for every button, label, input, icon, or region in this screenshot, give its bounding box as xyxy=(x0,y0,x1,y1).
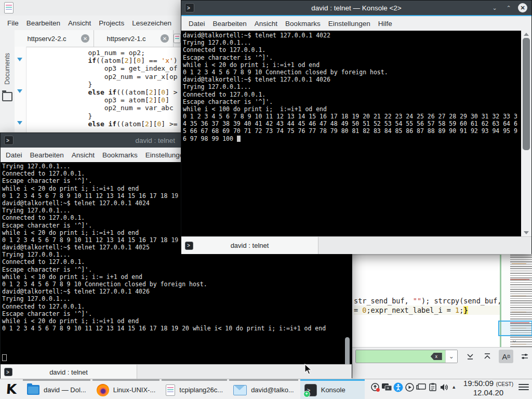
konsole-menu-item[interactable]: Bearbeiten xyxy=(213,20,247,28)
clock-timezone: (CEST) xyxy=(496,381,513,387)
task-document[interactable]: tcpiplang26c... xyxy=(162,379,227,399)
konsole-front-tabbar: > david : telnet xyxy=(181,236,531,254)
task-mail[interactable]: david@talko... xyxy=(229,379,298,399)
terminal-line: Trying 127.0.0.1... xyxy=(2,295,352,302)
envelope-icon xyxy=(233,385,247,395)
accessibility-tray-icon[interactable] xyxy=(393,379,404,395)
scrollbar-thumb[interactable] xyxy=(523,38,530,150)
kate-status-strip xyxy=(341,365,532,379)
media-player-tray-icon[interactable] xyxy=(404,379,416,395)
maximize-button[interactable]: ⌃ xyxy=(504,3,513,12)
search-input[interactable]: x ⌄ xyxy=(355,350,458,363)
terminal-line: Escape character is '^]'. xyxy=(2,310,352,317)
clock-date: 12.04.20 xyxy=(463,389,513,397)
find-next-button[interactable] xyxy=(463,350,477,363)
close-button[interactable]: ✕ xyxy=(518,3,527,12)
updates-tray-icon[interactable] xyxy=(370,379,381,395)
terminal-line: Escape character is '^]'. xyxy=(183,98,521,105)
terminal-tab[interactable]: > david : telnet xyxy=(181,237,318,254)
minimap-viewport[interactable] xyxy=(498,321,532,336)
terminal-line: while i < 100 do print i; i:=i+1 od end xyxy=(183,105,521,113)
application-launcher-button[interactable]: K xyxy=(0,379,23,399)
terminal-line: Escape character is '^]'. xyxy=(2,266,352,273)
scrollbar-thumb[interactable] xyxy=(345,337,350,364)
konsole-menu-item[interactable]: Ansicht xyxy=(255,20,277,28)
find-previous-button[interactable] xyxy=(481,350,495,363)
kate-menu-item[interactable]: Ansicht xyxy=(68,19,91,27)
clock-time: 19:50:09 xyxy=(463,379,494,388)
terminal-line: while i < 10 do print i; i:= i+1 od end xyxy=(2,273,352,281)
terminal-line: Escape character is '^]'. xyxy=(183,54,521,61)
documents-sidebar-tab[interactable]: Documents xyxy=(4,53,11,85)
scroll-down-icon[interactable] xyxy=(524,231,529,234)
terminal-tab[interactable]: > david : telnet xyxy=(1,365,137,379)
terminal-line: 5 66 67 68 69 70 71 72 73 74 75 76 77 78… xyxy=(183,127,521,135)
konsole-menu-item[interactable]: Hilfe xyxy=(378,20,392,28)
scroll-down-icon[interactable]: ⌄ xyxy=(511,337,517,342)
terminal-line: david@talkortell:~$ telnet 127.0.0.1 402… xyxy=(2,288,352,295)
konsole-menu-item[interactable]: Ansicht xyxy=(72,151,95,159)
kate-menu-item[interactable]: Lesezeichen xyxy=(132,19,171,27)
konsole-icon: > xyxy=(4,136,14,145)
device-notifier-tray-icon[interactable] xyxy=(416,379,427,395)
terminal-line: 6 97 98 99 100 xyxy=(183,135,521,142)
tab-httpserv2-1[interactable]: httpserv2-1.c ✕ xyxy=(94,30,174,47)
konsole-front-titlebar[interactable]: > david : telnet — Konsole <2> ⌄ ⌃ ✕ xyxy=(181,1,531,15)
task-label: david@talko... xyxy=(251,386,294,394)
code-area[interactable]: str_send_buf, ""); strcpy(send_buf,= 0;e… xyxy=(346,255,501,348)
terminal-line: Connected to 127.0.0.1. xyxy=(183,91,521,98)
folder-icon xyxy=(27,385,39,395)
document-icon xyxy=(166,384,175,396)
terminal-line xyxy=(2,332,352,339)
display-config-tray-icon[interactable] xyxy=(381,379,393,395)
match-case-button[interactable]: AB xyxy=(499,350,513,363)
scroll-up-icon[interactable] xyxy=(524,33,529,36)
terminal-line: Connected to 127.0.0.1. xyxy=(2,258,352,265)
fold-arrow-icon[interactable] xyxy=(17,89,22,93)
task-firefox[interactable]: Linux-UNIX-... xyxy=(92,379,160,399)
filesystem-icon[interactable] xyxy=(2,92,12,101)
clear-search-icon[interactable]: x xyxy=(431,353,442,360)
tray-expander-icon[interactable]: ▲ xyxy=(450,379,458,395)
terminal-line: david@talkortell:~$ telnet 127.0.0.1 402… xyxy=(183,32,521,39)
terminal-line: Trying 127.0.0.1... xyxy=(183,83,521,90)
kate-menu-item[interactable]: Bearbeiten xyxy=(26,19,60,27)
panel-settings-icon[interactable] xyxy=(518,379,529,395)
terminal-line xyxy=(2,340,352,347)
tab-label: httpserv2-1.c xyxy=(94,35,158,43)
kate-menu-item[interactable]: File xyxy=(7,19,19,27)
close-icon[interactable]: ✕ xyxy=(81,34,89,43)
tab-label: david : telnet xyxy=(1,368,137,376)
search-history-dropdown-icon[interactable]: ⌄ xyxy=(445,350,457,363)
task-dolphin[interactable]: david — Dol... xyxy=(23,379,90,399)
fold-arrow-icon[interactable] xyxy=(17,58,22,61)
clipboard-tray-icon[interactable] xyxy=(427,379,438,395)
konsole-menu-item[interactable]: Datei xyxy=(189,20,205,28)
volume-tray-icon[interactable] xyxy=(438,379,450,395)
task-konsole[interactable]: > + Konsole xyxy=(300,379,365,399)
konsole-menu-item[interactable]: Bookmarks xyxy=(102,151,138,159)
taskbar: K david — Dol... Linux-UNIX-... tcpiplan… xyxy=(0,379,532,399)
code-line: = 0;expr_next_label_i = 1;} xyxy=(354,305,500,315)
digital-clock[interactable]: 19:50:09 (CEST) 12.04.20 xyxy=(463,379,513,399)
terminal-front[interactable]: david@talkortell:~$ telnet 127.0.0.1 402… xyxy=(181,31,521,236)
tab-httpserv2-2[interactable]: httpserv2-2.c ✕ xyxy=(15,30,94,47)
window-title: david : telnet xyxy=(135,137,175,144)
fold-arrow-icon[interactable] xyxy=(17,121,22,125)
search-options-button[interactable] xyxy=(517,350,532,363)
scrollbar-track[interactable] xyxy=(521,31,531,236)
kate-menu-item[interactable]: Projects xyxy=(99,19,124,27)
konsole-menu-item[interactable]: Datei xyxy=(6,151,22,159)
close-icon[interactable]: ✕ xyxy=(161,34,169,43)
terminal-line: while i < 20 do print i; i:=i+1 od end xyxy=(2,317,352,325)
konsole-menu-item[interactable]: Bearbeiten xyxy=(30,151,64,159)
terminal-line: while i < 20 do print i; i:=i+1 od end xyxy=(183,61,521,69)
konsole-menu-item[interactable]: Einstellungen xyxy=(328,20,370,28)
match-case-label: A xyxy=(502,352,507,361)
minimize-button[interactable]: ⌄ xyxy=(490,3,499,12)
task-label: david — Dol... xyxy=(44,386,86,394)
konsole-back-tabbar: > david : telnet xyxy=(1,364,352,379)
terminal-line xyxy=(2,347,352,354)
konsole-menu-item[interactable]: Bookmarks xyxy=(285,20,321,28)
terminal-line: 0 1 2 3 4 5 6 7 8 9 10 11 12 13 14 15 16… xyxy=(183,113,521,120)
